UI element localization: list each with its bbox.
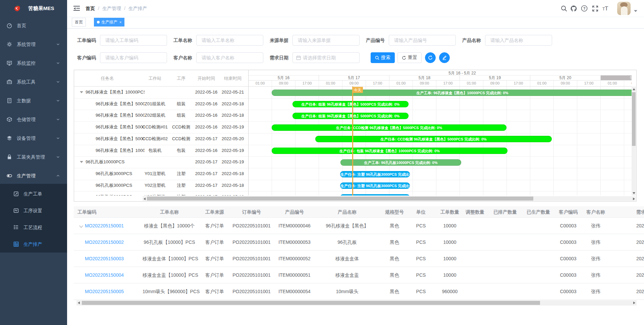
refresh-button[interactable] <box>425 52 436 63</box>
tab-首页[interactable]: 首页 <box>72 18 86 26</box>
sidebar: 苦糖果MES 首页系统管理系统监控系统工具主数据仓储管理设备管理工装夹具管理生产… <box>0 0 67 325</box>
tab-生产排产[interactable]: 生产排产× <box>94 18 124 26</box>
sidebar-item-系统工具[interactable]: 系统工具 <box>0 72 67 91</box>
gantt-horizontal-scrollbar-thumb[interactable] <box>147 197 533 201</box>
breadcrumb-item-生产管理[interactable]: 生产管理 <box>102 6 121 11</box>
scrollbar-left-arrow[interactable] <box>78 302 80 304</box>
filter-label-来源单据: 来源单据 <box>270 35 288 46</box>
gantt-hour-header: 09:00 <box>624 80 632 87</box>
gantt-bar[interactable]: 生产任务: 注塑 96孔孔板3000PCS 完成比例: 0% <box>340 171 410 177</box>
gantt-bar[interactable]: 生产工单: 96孔孔板10000PCS 完成比例: 0% <box>340 159 461 166</box>
table-horizontal-scrollbar-thumb[interactable] <box>82 301 540 305</box>
chevron-down-icon <box>56 137 60 140</box>
filter-input-客户名称[interactable]: 请输入客户名称 <box>196 52 263 63</box>
filter-input-工单编码[interactable]: 请输入工单编码 <box>100 35 167 46</box>
sidebar-item-仓储管理[interactable]: 仓储管理 <box>0 110 67 129</box>
filter-input-产品名称[interactable]: 请输入产品名称 <box>485 35 552 46</box>
input-placeholder: 请输入来源单据 <box>298 35 331 45</box>
work-order-link[interactable]: MO202205150003 <box>85 251 124 267</box>
filter-label-需求日期: 需求日期 <box>270 52 288 63</box>
breadcrumb: 首页/生产管理/生产排产 <box>86 0 147 17</box>
table-row: MO20220515000296孔孔板【10000】PCS客户订单PO20220… <box>74 234 644 251</box>
gantt-hour-header: 01:00 <box>319 80 342 87</box>
search-button[interactable]: 搜索 <box>371 52 395 63</box>
filter-label-工单名称: 工单名称 <box>173 35 192 46</box>
gantt-bar[interactable]: 生产任务: 组装 96孔移液盒【黑色】5000PCS 完成比例: 0% <box>292 101 409 107</box>
sidebar-item-主数据[interactable]: 主数据 <box>0 91 67 110</box>
gantt-bar[interactable]: 生产任务: 注塑 96孔孔板3000PCS 完成比例: 0% <box>340 194 410 196</box>
sidebar-item-设备管理[interactable]: 设备管理 <box>0 129 67 148</box>
table-cell: ITEM00000054 <box>268 283 321 300</box>
gantt-row-expand-icon[interactable] <box>80 91 83 93</box>
scrollbar-up-arrow[interactable] <box>633 88 635 90</box>
avatar[interactable] <box>617 2 631 15</box>
table-column-需求日期: 需求日期 <box>636 206 644 218</box>
chevron-up-icon <box>56 174 60 177</box>
gantt-bar[interactable]: 生产任务: CCD检测 96孔移液盒【黑色】5000PCS 完成比例: 0% <box>272 124 506 131</box>
work-order-link[interactable]: MO202205150002 <box>85 234 124 250</box>
filter-label-客户名称: 客户名称 <box>173 52 192 63</box>
gantt-hour-header: 17:00 <box>506 80 530 87</box>
input-placeholder: 请选择需求日期 <box>303 53 336 63</box>
edit-button[interactable] <box>439 52 450 63</box>
tab-close-icon[interactable]: × <box>119 20 121 24</box>
filter-input-工单名称[interactable]: 请输入工单名称 <box>196 35 263 46</box>
work-order-link[interactable]: MO202205150004 <box>85 267 124 283</box>
sidebar-subitem-生产工单[interactable]: 生产工单 <box>0 185 67 202</box>
reset-button[interactable]: 重置 <box>397 52 422 63</box>
scrollbar-right-arrow[interactable] <box>633 302 635 304</box>
row-expand-icon[interactable] <box>79 224 83 227</box>
toggle-icon <box>7 173 12 178</box>
sidebar-item-系统管理[interactable]: 系统管理 <box>0 35 67 54</box>
fullscreen-icon[interactable] <box>589 2 601 14</box>
filter-input-产品编号[interactable]: 请输入产品编号 <box>389 35 456 46</box>
scrollbar-left-arrow[interactable] <box>144 198 146 200</box>
github-icon[interactable] <box>568 2 580 14</box>
sidebar-item-系统监控[interactable]: 系统监控 <box>0 54 67 72</box>
gantt-bar[interactable]: 生产工单: 96孔移液盒【黑色】10000PCS 完成比例: 0% <box>272 90 632 96</box>
breadcrumb-item-首页[interactable]: 首页 <box>86 6 95 11</box>
table-column-产品编号: 产品编号 <box>268 206 321 218</box>
font-size-icon[interactable]: TT <box>600 2 612 14</box>
gantt-bar[interactable]: 生产任务: 组装 96孔移液盒【黑色】5000PCS 完成比例: 0% <box>292 113 409 119</box>
toolbox-icon <box>7 79 12 85</box>
work-order-link[interactable]: MO202205150001 <box>85 218 124 234</box>
sidebar-item-生产管理[interactable]: 生产管理 <box>0 166 67 185</box>
dashboard-icon <box>7 23 12 28</box>
gantt-hour-header: 09:00 <box>553 80 577 87</box>
avatar-caret-icon[interactable] <box>634 10 637 12</box>
gantt-end-date: 2022-05-18 <box>216 191 250 196</box>
sidebar-collapse-icon[interactable] <box>73 5 80 11</box>
scrollbar-right-arrow[interactable] <box>633 198 635 200</box>
filter-label-工单编码: 工单编码 <box>77 35 96 46</box>
gantt-end-date: 2022-05-21 <box>216 87 250 98</box>
filter-input-来源单据[interactable]: 请输入来源单据 <box>292 35 360 46</box>
sidebar-subitem-工序设置[interactable]: 工序设置 <box>0 202 67 219</box>
document-icon <box>7 98 12 103</box>
filter-input-客户编码[interactable]: 请输入客户编码 <box>100 52 167 63</box>
gantt-bar[interactable]: 生产任务: 包装 96孔移液盒【黑色】10000PCS 完成比例: 0% <box>272 148 507 154</box>
work-order-link[interactable]: MO202205150005 <box>85 283 124 300</box>
layers-icon <box>7 136 12 141</box>
gantt-row-expand-icon[interactable] <box>80 161 83 163</box>
breadcrumb-separator: / <box>124 6 125 11</box>
warehouse-icon <box>7 117 12 122</box>
sidebar-subitem-工艺流程[interactable]: 工艺流程 <box>0 219 67 236</box>
filter-input-需求日期[interactable]: 请选择需求日期 <box>292 52 360 63</box>
app-logo[interactable]: 苦糖果MES <box>0 0 67 17</box>
gantt-end-date: 2022-05-19 <box>216 156 250 168</box>
sidebar-item-首页[interactable]: 首页 <box>0 16 67 35</box>
sidebar-item-label: 首页 <box>17 16 26 35</box>
gantt-bar[interactable]: 生产任务: 注塑 96孔孔板3000PCS 完成比例: 0% <box>340 182 410 189</box>
sidebar-item-工装夹具管理[interactable]: 工装夹具管理 <box>0 148 67 166</box>
gantt-hour-header: 17:00 <box>436 80 460 87</box>
gantt-vertical-scrollbar-thumb[interactable] <box>632 92 636 146</box>
table-cell: ITEM00000053 <box>268 234 321 250</box>
help-icon[interactable]: ? <box>578 2 590 14</box>
gantt-bar[interactable]: 生产任务: CCD检测 96孔移液盒【黑色】5000PCS 完成比例: 0% <box>315 136 552 142</box>
sidebar-subitem-label: 工艺流程 <box>23 219 42 236</box>
sidebar-subitem-生产排产[interactable]: 生产排产 <box>0 236 67 253</box>
scrollbar-down-arrow[interactable] <box>633 192 635 194</box>
app-title: 苦糖果MES <box>28 0 54 17</box>
schedule-icon <box>13 241 19 247</box>
